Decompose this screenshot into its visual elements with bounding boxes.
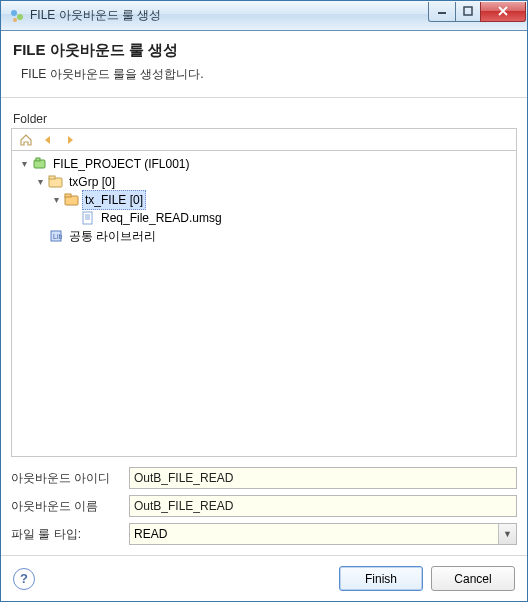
svg-rect-10 — [65, 194, 71, 197]
maximize-button[interactable] — [455, 2, 481, 22]
dialog-window: FILE 아웃바운드 룰 생성 FILE 아웃바운드 룰 생성 FILE 아웃바… — [0, 0, 528, 602]
chevron-down-icon[interactable]: ▼ — [498, 524, 516, 544]
close-button[interactable] — [480, 2, 526, 22]
folder-group-icon — [48, 174, 64, 190]
home-icon[interactable] — [18, 132, 34, 148]
svg-rect-3 — [438, 12, 446, 14]
svg-point-1 — [17, 14, 23, 20]
back-arrow-icon[interactable] — [40, 132, 56, 148]
file-rule-type-select[interactable]: READ ▼ — [129, 523, 517, 545]
tree-node-label: Req_File_READ.umsg — [98, 209, 225, 227]
tree-node-txfile[interactable]: ▾ tx_FILE [0] — [50, 191, 514, 209]
tree-node-txgrp[interactable]: ▾ txGrp [0] — [34, 173, 514, 191]
outbound-name-input[interactable] — [129, 495, 517, 517]
svg-rect-8 — [49, 176, 55, 179]
tree-node-label: FILE_PROJECT (IFL001) — [50, 155, 193, 173]
expander-icon[interactable]: ▾ — [18, 155, 30, 173]
titlebar[interactable]: FILE 아웃바운드 룰 생성 — [1, 1, 527, 31]
tree-node-commonlib[interactable]: ▾ Lib 공통 라이브러리 — [34, 227, 514, 245]
dialog-title: FILE 아웃바운드 룰 생성 — [13, 41, 515, 60]
outbound-name-label: 아웃바운드 이름 — [11, 498, 121, 515]
select-value: READ — [129, 523, 517, 545]
expander-icon[interactable]: ▾ — [50, 191, 62, 209]
file-icon — [80, 210, 96, 226]
window-title: FILE 아웃바운드 룰 생성 — [30, 7, 428, 24]
library-icon: Lib — [48, 228, 64, 244]
tree-node-reqfile[interactable]: ▾ Req_File_READ.umsg — [66, 209, 514, 227]
form-area: 아웃바운드 아이디 아웃바운드 이름 파일 룰 타입: READ ▼ — [11, 467, 517, 545]
dialog-content: Folder ▾ — [1, 98, 527, 555]
tree-node-project[interactable]: ▾ FILE_PROJECT (IFL001) — [18, 155, 514, 173]
svg-rect-4 — [464, 7, 472, 15]
folder-tx-icon — [64, 192, 80, 208]
app-icon — [9, 8, 25, 24]
tree-node-label: 공통 라이브러리 — [66, 227, 159, 245]
dialog-description: FILE 아웃바운드 룰을 생성합니다. — [13, 66, 515, 83]
dialog-header: FILE 아웃바운드 룰 생성 FILE 아웃바운드 룰을 생성합니다. — [1, 31, 527, 98]
tree-node-label: tx_FILE [0] — [82, 190, 146, 210]
svg-point-0 — [11, 10, 17, 16]
help-icon[interactable]: ? — [13, 568, 35, 590]
outbound-id-label: 아웃바운드 아이디 — [11, 470, 121, 487]
expander-icon[interactable]: ▾ — [34, 173, 46, 191]
outbound-id-input[interactable] — [129, 467, 517, 489]
folder-label: Folder — [13, 112, 517, 126]
svg-rect-6 — [36, 158, 40, 161]
svg-rect-11 — [83, 212, 92, 224]
minimize-button[interactable] — [428, 2, 456, 22]
finish-button[interactable]: Finish — [339, 566, 423, 591]
tree-toolbar — [11, 128, 517, 150]
svg-point-2 — [13, 18, 17, 22]
file-rule-type-label: 파일 룰 타입: — [11, 526, 121, 543]
svg-text:Lib: Lib — [53, 233, 62, 240]
dialog-footer: ? Finish Cancel — [1, 555, 527, 601]
forward-arrow-icon[interactable] — [62, 132, 78, 148]
project-icon — [32, 156, 48, 172]
folder-tree[interactable]: ▾ FILE_PROJECT (IFL001) ▾ — [11, 150, 517, 457]
window-controls — [428, 2, 526, 22]
cancel-button[interactable]: Cancel — [431, 566, 515, 591]
tree-node-label: txGrp [0] — [66, 173, 118, 191]
